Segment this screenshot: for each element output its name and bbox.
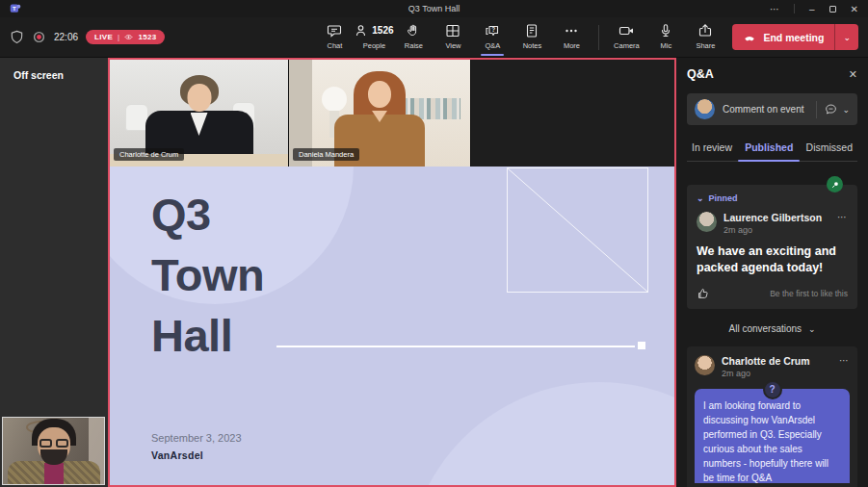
slide-circle-decoration <box>407 382 674 485</box>
end-meeting-button[interactable]: End meeting <box>732 24 834 50</box>
view-grid-icon <box>445 23 460 38</box>
self-person-shirt <box>44 463 64 485</box>
tab-dismissed[interactable]: Dismissed <box>804 137 855 161</box>
daniela-face <box>368 81 391 108</box>
question-message-text: I am looking forward to discussing how V… <box>695 389 850 487</box>
video-strip-filler <box>471 60 674 167</box>
slide-square-decoration <box>507 167 648 293</box>
more-icon <box>564 23 579 38</box>
video-tile-daniela[interactable]: Daniela Mandera <box>289 60 470 167</box>
titlebar-more-button[interactable]: ⋯ <box>770 4 779 14</box>
eye-icon <box>124 34 133 40</box>
qa-icon: ? <box>485 23 500 38</box>
camera-icon <box>618 23 635 38</box>
live-label: LIVE <box>94 33 113 41</box>
people-icon <box>355 23 370 38</box>
shield-icon[interactable] <box>10 30 24 44</box>
live-badge: LIVE | 1523 <box>86 30 165 44</box>
mic-button[interactable]: Mic <box>647 19 684 56</box>
toolbar-divider <box>598 25 599 50</box>
chevron-down-icon: ⌄ <box>808 324 816 334</box>
pinned-header[interactable]: ⌄ Pinned <box>697 193 848 203</box>
meeting-timer: 22:06 <box>54 32 78 42</box>
message-more-button[interactable]: ⋯ <box>839 355 850 366</box>
glasses-decoration <box>39 439 68 448</box>
video-name-tag: Daniela Mandera <box>293 148 359 161</box>
qa-panel: Q&A ✕ Comment on event ⌄ In review Publi… <box>676 58 868 487</box>
minimize-button[interactable]: – <box>809 4 815 14</box>
like-hint-text: Be the first to like this <box>770 289 848 298</box>
toolbar-item-notes[interactable]: Notes <box>513 19 550 56</box>
toolbar-item-people[interactable]: 1526 People <box>355 19 392 56</box>
mic-icon <box>658 23 673 38</box>
close-window-button[interactable]: ✕ <box>851 4 858 14</box>
shared-screen-stage: Charlotte de Crum Daniela Mandera <box>108 58 676 487</box>
video-name-tag: Charlotte de Crum <box>114 148 184 161</box>
toolbar-item-more[interactable]: More <box>553 19 590 56</box>
avatar <box>697 212 717 232</box>
toolbar-item-view[interactable]: View <box>434 19 471 56</box>
slide-title: Q3 Town Hall <box>151 184 264 366</box>
speaker-video-strip: Charlotte de Crum Daniela Mandera <box>110 60 674 167</box>
message-timestamp: 2m ago <box>722 369 810 378</box>
meeting-content: Off screen <box>0 58 868 487</box>
chat-icon <box>327 23 342 38</box>
avatar <box>695 99 715 119</box>
toolbar-item-raise[interactable]: Raise <box>395 19 432 56</box>
recording-icon <box>32 30 46 44</box>
pinned-message-text: We have an exciting and packed agenda to… <box>697 244 848 276</box>
close-panel-icon[interactable]: ✕ <box>849 68 857 81</box>
toolbar-item-qa[interactable]: ? Q&A <box>474 19 511 56</box>
tab-published[interactable]: Published <box>743 137 795 161</box>
author-name: Charlotte de Crum <box>722 355 810 367</box>
viewer-count: 1523 <box>138 33 156 41</box>
maximize-button[interactable] <box>829 6 836 13</box>
conversation-filter-dropdown[interactable]: All conversations ⌄ <box>687 323 857 334</box>
next-card-peek <box>687 483 857 487</box>
raise-hand-icon <box>406 23 421 38</box>
self-video-tile[interactable] <box>2 417 105 485</box>
presentation-slide: Q3 Town Hall September 3, 2023 VanArsdel <box>110 167 674 485</box>
off-screen-label: Off screen <box>13 69 64 81</box>
off-screen-column: Off screen <box>0 58 108 487</box>
video-tile-charlotte[interactable]: Charlotte de Crum <box>110 60 288 167</box>
notes-icon <box>524 23 539 38</box>
lamp-decoration <box>322 87 347 112</box>
svg-text:?: ? <box>492 26 496 33</box>
pinned-card: ⌄ Pinned Laurence Gilbertson 2m ago ⋯ We… <box>687 185 857 309</box>
comment-input[interactable]: Comment on event ⌄ <box>687 93 857 125</box>
pin-icon <box>830 180 840 190</box>
share-icon <box>697 23 713 38</box>
author-name: Laurence Gilbertson <box>723 212 822 223</box>
camera-button[interactable]: Camera <box>608 19 644 56</box>
comment-type-selector[interactable]: ⌄ <box>816 101 850 118</box>
meeting-toolbar: 22:06 LIVE | 1523 Chat <box>0 17 868 58</box>
question-badge-icon: ? <box>763 380 782 399</box>
tab-in-review[interactable]: In review <box>690 137 734 161</box>
message-more-button[interactable]: ⋯ <box>837 212 848 222</box>
qa-tabs: In review Published Dismissed <box>687 137 857 162</box>
titlebar-divider <box>794 4 795 13</box>
avatar <box>695 355 715 375</box>
chevron-down-icon: ⌄ <box>697 193 704 203</box>
titlebar: T Q3 Town Hall ⋯ – ✕ <box>0 0 868 17</box>
qa-panel-title: Q&A <box>687 67 714 81</box>
conversation-card: Charlotte de Crum 2m ago ⋯ ? I am lookin… <box>687 346 857 487</box>
share-button[interactable]: Share <box>687 19 723 56</box>
hang-up-icon <box>743 31 756 44</box>
slide-line-decoration <box>276 346 635 347</box>
window-title: Q3 Town Hall <box>0 4 868 13</box>
end-meeting-options-button[interactable]: ⌄ <box>834 24 858 50</box>
like-icon[interactable] <box>697 287 710 300</box>
pinned-badge <box>827 176 843 192</box>
charlotte-face <box>187 84 211 112</box>
message-timestamp: 2m ago <box>723 225 822 235</box>
teams-meeting-window: T Q3 Town Hall ⋯ – ✕ 22:06 LIVE | <box>0 0 868 487</box>
slide-brand-logo: VanArsdel <box>151 449 203 461</box>
chevron-down-icon: ⌄ <box>842 105 850 115</box>
slide-dot-decoration <box>638 342 645 349</box>
toolbar-item-chat[interactable]: Chat <box>316 19 353 56</box>
comment-bubble-icon <box>825 103 837 115</box>
live-divider: | <box>118 33 119 41</box>
end-meeting-split-button: End meeting ⌄ <box>732 24 858 50</box>
